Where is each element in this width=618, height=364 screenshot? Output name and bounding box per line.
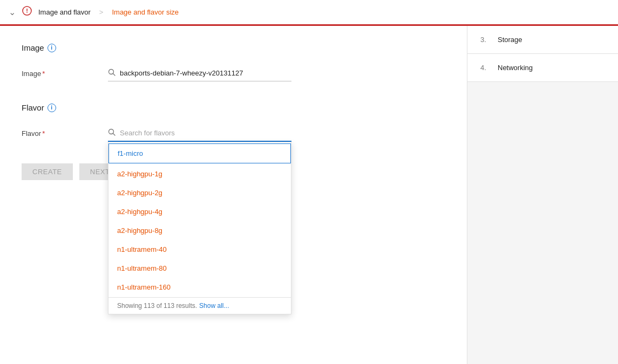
image-form-row: Image* [22,65,445,81]
flavor-info-icon[interactable]: i [47,104,56,112]
error-icon: ! [22,6,32,18]
flavor-section: Flavor i Flavor* [22,103,445,142]
back-chevron-icon[interactable]: ⌄ [9,7,16,17]
sidebar-item-storage[interactable]: 3. Storage [467,26,618,54]
image-input-container [108,65,291,81]
flavor-search-box [108,125,291,142]
main-content: Image i Image* [0,26,618,364]
flavor-option[interactable]: a2-highgpu-2g [108,183,291,202]
flavor-form-row: Flavor* f [22,125,445,142]
image-section-title: Image i [22,43,445,52]
image-search-input[interactable] [120,69,291,77]
sidebar-number: 3. [480,36,491,44]
image-label: Image* [22,65,108,78]
flavor-search-input[interactable] [120,129,291,137]
flavor-option[interactable]: a2-highgpu-8g [108,221,291,240]
sidebar-item-networking[interactable]: 4. Networking [467,54,618,82]
flavor-dropdown: f1-microa2-highgpu-1ga2-highgpu-2ga2-hig… [108,142,291,314]
image-section: Image i Image* [22,43,445,81]
image-search-icon [108,68,116,78]
step-label: Image and flavor [38,8,91,16]
substep-label: Image and flavor size [112,8,179,16]
dropdown-count: Showing 113 of 113 results. [117,302,197,310]
flavor-option[interactable]: n1-ultramem-80 [108,259,291,278]
svg-line-3 [113,74,116,76]
show-all-link[interactable]: Show all... [199,302,229,310]
dropdown-footer: Showing 113 of 113 results. Show all... [108,297,291,314]
flavor-field: f1-microa2-highgpu-1ga2-highgpu-2ga2-hig… [108,125,291,142]
flavor-option[interactable]: a2-highgpu-4g [108,202,291,221]
svg-text:!: ! [26,8,28,14]
flavor-search-icon [108,128,116,138]
sidebar-label: Networking [498,64,533,72]
image-info-icon[interactable]: i [47,44,56,52]
breadcrumb-separator: > [99,8,104,16]
flavor-section-title: Flavor i [22,103,445,112]
form-panel: Image i Image* [0,26,467,364]
flavor-option[interactable]: n1-ultramem-40 [108,240,291,259]
sidebar-label: Storage [498,36,522,44]
svg-line-5 [113,134,116,136]
flavor-dropdown-list: f1-microa2-highgpu-1ga2-highgpu-2ga2-hig… [108,142,291,297]
sidebar: 3. Storage 4. Networking [467,26,618,364]
sidebar-number: 4. [480,64,491,72]
image-title-text: Image [22,43,44,52]
image-field [108,65,291,81]
flavor-label: Flavor* [22,125,108,138]
flavor-option[interactable]: f1-micro [108,143,291,163]
flavor-title-text: Flavor [22,103,44,112]
flavor-option[interactable]: a2-highgpu-1g [108,164,291,183]
create-button[interactable]: CREATE [22,163,73,180]
flavor-option[interactable]: n1-ultramem-160 [108,278,291,297]
top-bar: ⌄ ! Image and flavor > Image and flavor … [0,0,618,26]
